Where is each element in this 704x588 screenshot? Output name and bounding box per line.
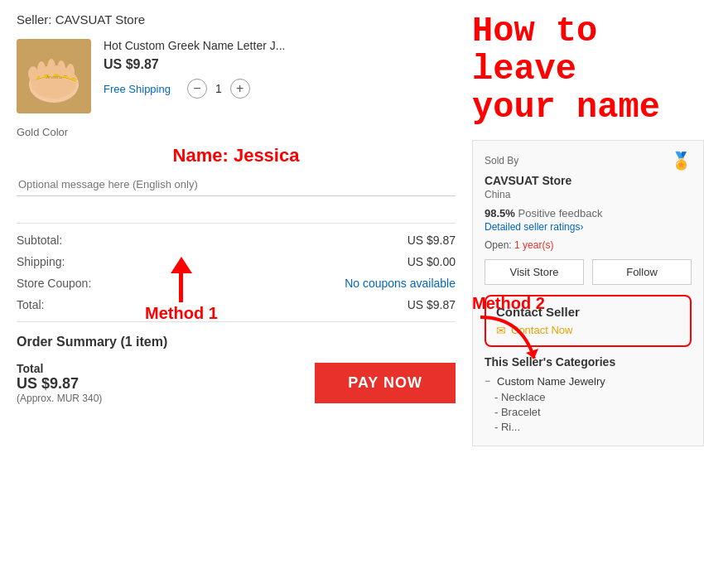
summary-total-amount: US $9.87: [17, 375, 102, 393]
product-details: Hot Custom Greek Name Letter J... US $9.…: [104, 39, 456, 99]
subtotal-label: Subtotal:: [17, 234, 62, 247]
total-value: US $9.87: [407, 298, 456, 311]
coupon-value: No coupons available: [345, 277, 456, 290]
category-main-label[interactable]: Custom Name Jewelry: [497, 375, 605, 388]
method1-label: Method 1: [145, 304, 218, 323]
cat-sub-ring[interactable]: - Ri...: [485, 421, 692, 433]
feedback-percent: 98.5%: [485, 207, 515, 219]
order-summary-title: Order Summary (1 item): [17, 335, 456, 349]
contact-now-link[interactable]: Contact Now: [511, 324, 572, 336]
qty-value: 1: [215, 82, 222, 95]
gold-color-label: Gold Color: [17, 126, 456, 138]
summary-total-label: Total: [17, 362, 102, 375]
qty-decrease-button[interactable]: −: [187, 79, 207, 99]
arrow-shaft: [179, 273, 183, 302]
cat-sub-bracelet[interactable]: - Bracelet: [485, 406, 692, 418]
product-price: US $9.87: [104, 57, 456, 72]
categories-title: This Seller's Categories: [485, 355, 692, 369]
svg-point-8: [66, 64, 75, 79]
feedback-row: 98.5% Positive feedback: [485, 207, 692, 219]
shipping-value: US $0.00: [407, 255, 456, 268]
total-left: Total US $9.87 (Approx. MUR 340): [17, 362, 102, 404]
divider-2: [17, 321, 456, 322]
category-main: − Custom Name Jewelry: [485, 375, 692, 388]
divider-1: [17, 223, 456, 224]
coupon-row: Store Coupon: No coupons available: [17, 277, 456, 290]
contact-seller-title: Contact Seller: [496, 305, 680, 319]
free-shipping-label: Free Shipping: [104, 83, 171, 95]
pay-now-button[interactable]: PAY NOW: [315, 363, 456, 403]
mail-icon: ✉: [496, 324, 506, 337]
shipping-row: Shipping: US $0.00: [17, 255, 456, 268]
optional-message-input[interactable]: [17, 173, 456, 196]
store-action-row: Visit Store Follow: [485, 259, 692, 285]
svg-point-4: [28, 66, 38, 81]
svg-point-7: [57, 60, 65, 77]
contact-now-row: ✉ Contact Now: [496, 324, 680, 337]
open-row: Open: 1 year(s): [485, 239, 692, 251]
name-annotation: Name: Jessica: [17, 145, 456, 166]
how-to-line1: How to leave: [472, 12, 597, 89]
feedback-label: Positive feedback: [518, 207, 603, 219]
coupon-label: Store Coupon:: [17, 277, 91, 290]
cat-minus-icon: −: [485, 375, 490, 387]
sold-by-label: Sold By: [485, 155, 518, 166]
visit-store-button[interactable]: Visit Store: [485, 259, 584, 285]
store-name[interactable]: CAVSUAT Store: [485, 174, 692, 187]
open-value: 1 year(s): [514, 239, 553, 251]
sold-by-row: Sold By 🏅: [485, 151, 692, 171]
detailed-ratings-link[interactable]: Detailed seller ratings›: [485, 221, 692, 233]
store-country: China: [485, 189, 692, 200]
how-to-line2: your name: [472, 88, 660, 128]
subtotal-row: Subtotal: US $9.87: [17, 234, 456, 247]
total-label: Total:: [17, 298, 44, 311]
seller-badge-icon: 🏅: [671, 151, 692, 171]
cat-sub-necklace[interactable]: - Necklace: [485, 391, 692, 403]
seller-info-box: Sold By 🏅 CAVSUAT Store China 98.5% Posi…: [472, 140, 704, 446]
total-section: Total US $9.87 (Approx. MUR 340) PAY NOW: [17, 362, 456, 404]
arrow-up-head: [171, 257, 192, 273]
right-column: How to leave your name Sold By 🏅 CAVSUAT…: [472, 0, 704, 588]
qty-controls: − 1 +: [187, 79, 250, 99]
product-image: Jessica: [17, 39, 91, 113]
svg-point-5: [37, 61, 46, 78]
contact-seller-section: Contact Seller ✉ Contact Now: [485, 295, 692, 347]
left-column: Seller: CAVSUAT Store Jessica: [0, 0, 472, 588]
seller-header: Seller: CAVSUAT Store: [17, 12, 456, 27]
product-shipping-row: Free Shipping − 1 +: [104, 79, 456, 99]
product-row: Jessica Hot Custom Greek Name Letter J..…: [17, 39, 456, 113]
svg-point-6: [47, 59, 55, 77]
approx-label: (Approx. MUR 340): [17, 393, 102, 404]
method1-annotation: Method 1: [145, 257, 218, 323]
qty-increase-button[interactable]: +: [230, 79, 250, 99]
product-title: Hot Custom Greek Name Letter J...: [104, 39, 456, 52]
open-label: Open:: [485, 239, 512, 251]
shipping-label: Shipping:: [17, 255, 65, 268]
how-to-title: How to leave your name: [472, 12, 704, 128]
total-row: Total: US $9.87: [17, 298, 456, 311]
subtotal-value: US $9.87: [407, 234, 456, 247]
follow-button[interactable]: Follow: [592, 259, 692, 285]
